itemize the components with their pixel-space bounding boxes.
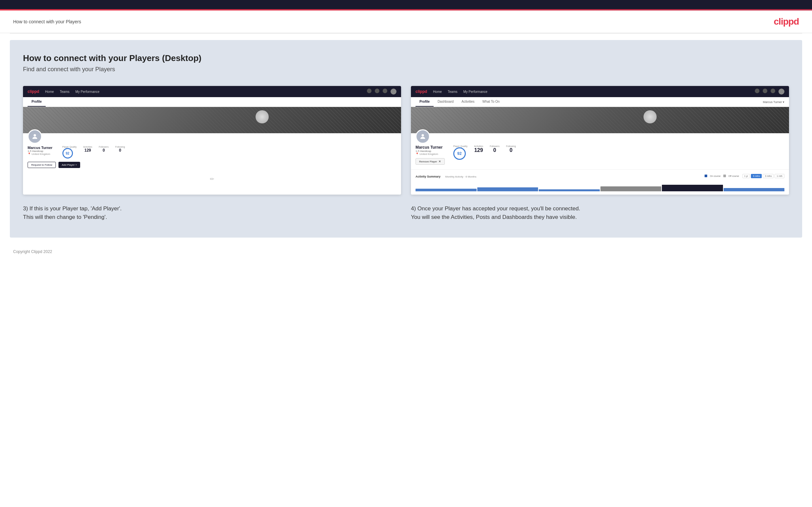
bar-1 [415,189,476,191]
bar-6 [724,188,785,191]
captions-row: 3) If this is your Player tap, 'Add Play… [23,205,789,221]
settings-icon-2 [771,89,775,93]
mock-profile-1: Marcus Turner 1-5 Handicap 📍 United King… [23,133,401,173]
svg-point-0 [34,134,36,136]
caption-3-text: 3) If this is your Player tap, 'Add Play… [23,206,121,220]
stat-following-2: Following 0 [506,145,516,165]
mock-nav-teams-1: Teams [60,90,69,94]
caption-step4: 4) Once your Player has accepted your re… [411,205,789,221]
main-content: How to connect with your Players (Deskto… [10,40,802,238]
stat-following-1: Following 0 [115,146,125,159]
user-icon [375,89,379,93]
top-bar [0,0,812,9]
search-icon [367,89,371,93]
stat-quality-2: Player Quality 92 [453,145,468,165]
mock-logo-1: clippd [28,89,39,94]
mock-nav-1: clippd Home Teams My Performance [23,86,401,97]
mock-bottom-1: ✏ [23,173,401,185]
breadcrumb: How to connect with your Players [13,19,81,24]
svg-point-1 [421,134,424,136]
hero-circle-2 [644,110,657,123]
add-player-button[interactable]: Add Player + [58,162,80,168]
stat-activities-1: Activities 129 [83,146,92,159]
screenshot-2: clippd Home Teams My Performance Profile… [411,86,789,194]
profile-left-1: Marcus Turner 1-5 Handicap 📍 United King… [28,146,53,156]
mock-activity-2: Activity Summary Monthly Activity · 6 Mo… [411,169,789,194]
hero-overlay-1 [23,107,401,133]
mock-profile-2: Marcus Turner 1-5 Handicap 📍 United King… [411,133,789,169]
activity-subtitle: Monthly Activity · 6 Months [445,175,476,178]
search-icon-2 [755,89,759,93]
avatar-icon [391,89,397,95]
location-pin-icon-2: 📍 [415,153,419,156]
tabs-left-2: Profile Dashboard Activities What To On [415,97,504,107]
footer: Copyright Clippd 2022 [0,244,812,259]
player-handicap-1: 1-5 Handicap [28,150,53,153]
mock-nav-home-1: Home [45,90,54,94]
page-title: How to connect with your Players (Deskto… [23,53,789,63]
stat-quality-1: Player Quality 92 [62,146,77,159]
bar-3 [539,189,600,191]
header-divider [10,33,802,34]
tab-profile-1[interactable]: Profile [28,97,46,107]
activity-header: Activity Summary Monthly Activity · 6 Mo… [415,173,784,179]
tab-whattoon-2[interactable]: What To On [478,97,504,107]
time-3mths[interactable]: 3 mths [763,174,773,178]
player-stats-2: Player Quality 92 Activities 129 Followe… [453,145,516,165]
stat-activities-2: Activities 129 [474,145,483,165]
stat-followers-2: Followers 0 [490,145,500,165]
hero-overlay-2 [411,107,789,133]
mock-nav-perf-2: My Performance [463,90,487,94]
player-dropdown-2[interactable]: Marcus Turner ▾ [763,100,784,104]
avatar-1 [28,129,42,144]
on-course-legend [705,175,707,177]
mock-tabs-1: Profile [23,97,401,107]
activity-controls: On course Off course 1 yr 6 mths 3 mths … [705,174,784,178]
mock-nav-perf-1: My Performance [75,90,99,94]
hero-circle-1 [256,110,269,123]
header: How to connect with your Players clippd [0,10,812,33]
copyright-text: Copyright Clippd 2022 [13,249,52,254]
player-name-1: Marcus Turner [28,146,53,150]
quality-circle-2: 92 [453,147,466,160]
legend: On course Off course [705,175,739,177]
activity-chart [415,181,784,191]
avatar-icon-2 [419,133,426,140]
mock-hero-1 [23,107,401,133]
settings-icon [383,89,387,93]
stat-followers-1: Followers 0 [99,146,109,159]
tab-activities-2[interactable]: Activities [458,97,478,107]
close-icon: ✕ [439,160,441,163]
avatar-icon-2 [778,89,784,95]
location-pin-icon: 📍 [28,153,31,156]
tab-profile-2[interactable]: Profile [415,97,434,107]
request-follow-button[interactable]: Request to Follow [28,162,56,168]
time-1mth[interactable]: 1 mth [774,174,784,178]
tab-dashboard-2[interactable]: Dashboard [434,97,458,107]
profile-info-1: Marcus Turner 1-5 Handicap 📍 United King… [28,146,397,159]
user-icon-2 [763,89,767,93]
mock-hero-2 [411,107,789,133]
avatar-2 [415,129,430,144]
player-name-2: Marcus Turner [415,145,445,150]
time-buttons: 1 yr 6 mths 3 mths 1 mth [742,174,784,178]
off-course-legend [723,175,726,177]
bar-2 [477,187,539,191]
screenshot-1: clippd Home Teams My Performance Profile [23,86,401,194]
remove-player-button[interactable]: Remove Player ✕ [415,158,445,165]
mock-nav-icons-2 [755,89,784,95]
bar-5 [662,185,723,191]
caption-step3: 3) If this is your Player tap, 'Add Play… [23,205,401,221]
caption-4-text: 4) Once your Player has accepted your re… [411,206,580,220]
time-6mths[interactable]: 6 mths [751,174,762,178]
time-1yr[interactable]: 1 yr [742,174,750,178]
activity-title-group: Activity Summary Monthly Activity · 6 Mo… [415,173,476,179]
mock-nav-home-2: Home [433,90,442,94]
profile-left-2: Marcus Turner 1-5 Handicap 📍 United King… [415,145,445,165]
screenshots-row: clippd Home Teams My Performance Profile [23,86,789,194]
avatar-icon-1 [31,133,39,140]
player-location-2: 📍 United Kingdom [415,153,445,156]
edit-icon-1: ✏ [210,176,214,182]
profile-row-2: Marcus Turner 1-5 Handicap 📍 United King… [415,145,784,165]
action-buttons-1: Request to Follow Add Player + [28,162,397,168]
